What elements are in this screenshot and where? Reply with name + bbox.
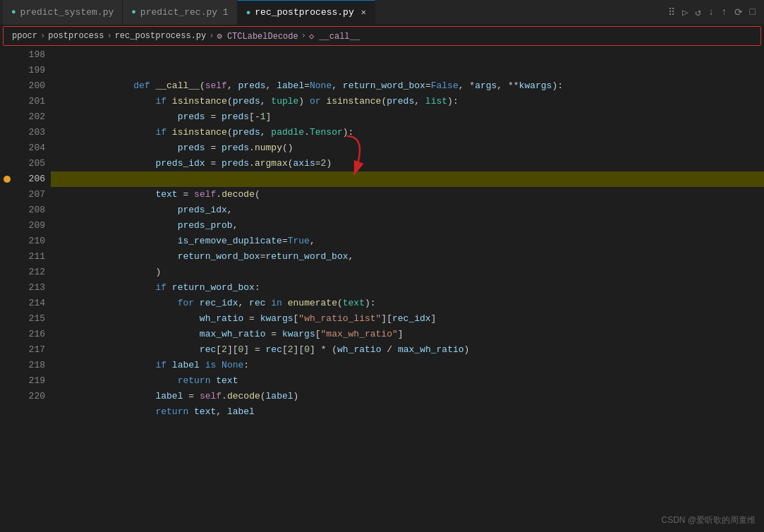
gutter-205 — [0, 156, 14, 171]
download-icon[interactable]: ↓ — [708, 6, 714, 18]
gutter-213 — [0, 280, 14, 296]
breadcrumb-class[interactable]: ⚙ CTCLabelDecode — [217, 31, 298, 42]
gutter-219 — [0, 373, 14, 389]
gutter-202 — [0, 109, 14, 125]
code-line-210: return_word_box=return_word_box, — [51, 234, 764, 249]
tab-rec-postprocess[interactable]: ● rec_postprocess.py ✕ — [238, 0, 375, 25]
ln-198: 198 — [14, 47, 45, 63]
ln-220: 220 — [14, 389, 45, 404]
gutter-216 — [0, 327, 14, 342]
gutter-207 — [0, 187, 14, 202]
gutter-200 — [0, 78, 14, 94]
close-icon[interactable]: ✕ — [361, 7, 366, 18]
ln-205: 205 — [14, 156, 45, 171]
code-line-215: max_wh_ratio = kwargs["max_wh_ratio"] — [51, 311, 764, 327]
code-line-206: text = self.decode( — [51, 171, 764, 187]
ln-209: 209 — [14, 218, 45, 234]
gutter-199 — [0, 63, 14, 78]
tab-label-predict-system: predict_system.py — [20, 7, 114, 18]
ln-202: 202 — [14, 109, 45, 125]
code-line-218: return text — [51, 358, 764, 373]
gutter-203 — [0, 125, 14, 140]
gutter-204 — [0, 140, 14, 156]
refresh-icon[interactable]: ↺ — [695, 6, 701, 18]
code-line-213: for rec_idx, rec in enumerate(text): — [51, 280, 764, 296]
gutter-218 — [0, 358, 14, 373]
code-line-208: preds_prob, — [51, 202, 764, 218]
gutter-201 — [0, 94, 14, 109]
gutter-217 — [0, 342, 14, 358]
code-content: def __call__(self, preds, label=None, re… — [51, 47, 764, 530]
loop-icon[interactable]: ⟳ — [734, 6, 743, 18]
gutter-220 — [0, 389, 14, 404]
gutter-210 — [0, 234, 14, 249]
breadcrumb-postprocess[interactable]: postprocess — [48, 31, 104, 41]
code-line-204: preds_idx = preds.argmax(axis=2) — [51, 140, 764, 156]
gutter-208 — [0, 202, 14, 218]
code-line-199: def __call__(self, preds, label=None, re… — [51, 63, 764, 78]
tab-predict-system[interactable]: ● predict_system.py — [3, 0, 123, 25]
line-numbers: 198 199 200 201 202 203 204 205 206 207 … — [14, 47, 51, 530]
gutter — [0, 47, 14, 530]
code-line-217: if label is None: — [51, 342, 764, 358]
breadcrumb-file[interactable]: rec_postprocess.py — [115, 31, 207, 41]
title-bar: ● predict_system.py ● predict_rec.py 1 ●… — [0, 0, 764, 25]
code-line-220: return text, label — [51, 389, 764, 404]
code-line-209: is_remove_duplicate=True, — [51, 218, 764, 234]
code-line-212: if return_word_box: — [51, 265, 764, 280]
grid-icon: ⠿ — [668, 6, 675, 18]
ln-207: 207 — [14, 187, 45, 202]
ln-210: 210 — [14, 234, 45, 249]
code-line-203: preds = preds.numpy() — [51, 125, 764, 140]
tab-label-predict-rec: predict_rec.py 1 — [140, 7, 229, 18]
ln-217: 217 — [14, 342, 45, 358]
tab-predict-rec[interactable]: ● predict_rec.py 1 — [123, 0, 237, 25]
stop-icon[interactable]: □ — [750, 6, 756, 18]
ln-212: 212 — [14, 265, 45, 280]
gutter-211 — [0, 249, 14, 265]
ln-218: 218 — [14, 358, 45, 373]
code-line-207: preds_idx, — [51, 187, 764, 202]
gutter-198 — [0, 47, 14, 63]
ln-213: 213 — [14, 280, 45, 296]
gutter-212 — [0, 265, 14, 280]
breakpoint-dot — [4, 176, 11, 183]
ln-208: 208 — [14, 202, 45, 218]
code-line-205: preds_prob = preds.max(axis=2) — [51, 156, 764, 171]
breadcrumb-method[interactable]: ◇ __call__ — [309, 31, 360, 42]
ln-203: 203 — [14, 125, 45, 140]
ln-215: 215 — [14, 311, 45, 327]
code-line-214: wh_ratio = kwargs["wh_ratio_list"][rec_i… — [51, 296, 764, 311]
gutter-209 — [0, 218, 14, 234]
breadcrumb: ppocr › postprocess › rec_postprocess.py… — [3, 26, 761, 46]
ln-206: 206 — [14, 171, 45, 187]
code-line-198 — [51, 47, 764, 63]
ln-199: 199 — [14, 63, 45, 78]
code-line-202: if isinstance(preds, paddle.Tensor): — [51, 109, 764, 125]
ln-214: 214 — [14, 296, 45, 311]
code-area: 198 199 200 201 202 203 204 205 206 207 … — [0, 47, 764, 530]
ln-200: 200 — [14, 78, 45, 94]
gutter-206 — [0, 171, 14, 187]
toolbar-right: ⠿ ▷ ↺ ↓ ↑ ⟳ □ — [668, 6, 764, 18]
run-icon[interactable]: ▷ — [682, 6, 688, 18]
tab-label-rec-postprocess: rec_postprocess.py — [255, 7, 353, 18]
code-line-201: preds = preds[-1] — [51, 94, 764, 109]
code-line-216: rec[2][0] = rec[2][0] * (wh_ratio / max_… — [51, 327, 764, 342]
code-line-211: ) — [51, 249, 764, 265]
gutter-215 — [0, 311, 14, 327]
gutter-214 — [0, 296, 14, 311]
breadcrumb-ppocr[interactable]: ppocr — [12, 31, 37, 41]
ln-201: 201 — [14, 94, 45, 109]
ln-204: 204 — [14, 140, 45, 156]
code-line-219: label = self.decode(label) — [51, 373, 764, 389]
upload-icon[interactable]: ↑ — [721, 6, 727, 18]
ln-211: 211 — [14, 249, 45, 265]
watermark: CSDN @爱听歌的周童维 — [661, 514, 756, 526]
ln-216: 216 — [14, 327, 45, 342]
ln-219: 219 — [14, 373, 45, 389]
code-line-200: if isinstance(preds, tuple) or isinstanc… — [51, 78, 764, 94]
